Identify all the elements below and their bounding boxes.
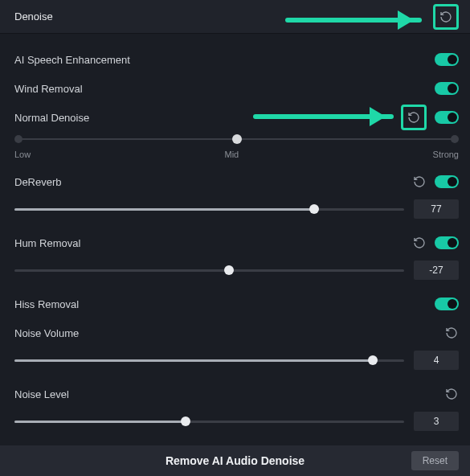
denoise-panel: AI Speech Enhancement Wind Removal Norma… bbox=[0, 34, 470, 452]
hiss-removal-toggle[interactable] bbox=[435, 298, 459, 310]
row-ai-speech: AI Speech Enhancement bbox=[14, 47, 459, 72]
footer-title: Remove AI Audio Denoise bbox=[166, 454, 304, 467]
section-title: Denoise bbox=[14, 10, 53, 23]
hum-removal-slider[interactable] bbox=[14, 265, 404, 275]
denoise-section-header: Denoise bbox=[0, 0, 470, 34]
dereverb-label: DeReverb bbox=[14, 176, 412, 188]
reset-noise-level-icon[interactable] bbox=[444, 387, 459, 401]
reset-hum-icon[interactable] bbox=[412, 236, 427, 250]
footer-bar: Remove AI Audio Denoise Reset bbox=[0, 445, 470, 476]
slider-tick-strong[interactable] bbox=[451, 135, 459, 143]
row-noise-level: Noise Level bbox=[14, 381, 459, 407]
hiss-removal-label: Hiss Removal bbox=[14, 298, 435, 310]
slider-label-low: Low bbox=[14, 150, 31, 159]
reset-normal-denoise-icon[interactable] bbox=[407, 110, 421, 125]
noise-level-value[interactable]: 3 bbox=[414, 412, 459, 431]
normal-denoise-slider[interactable]: Low Mid Strong bbox=[14, 133, 459, 159]
reset-button[interactable]: Reset bbox=[411, 451, 459, 470]
row-noise-volume: Noise Volume bbox=[14, 320, 459, 346]
wind-removal-toggle[interactable] bbox=[435, 82, 459, 95]
row-wind-removal: Wind Removal bbox=[14, 76, 459, 101]
dereverb-slider[interactable] bbox=[14, 204, 404, 214]
row-hum-removal: Hum Removal bbox=[14, 230, 459, 256]
noise-volume-value[interactable]: 4 bbox=[414, 351, 459, 370]
ai-speech-toggle[interactable] bbox=[435, 53, 459, 66]
wind-removal-label: Wind Removal bbox=[14, 83, 435, 95]
hum-removal-label: Hum Removal bbox=[14, 237, 412, 249]
normal-denoise-label: Normal Denoise bbox=[14, 112, 401, 124]
dereverb-toggle[interactable] bbox=[435, 175, 459, 188]
dereverb-value[interactable]: 77 bbox=[414, 199, 459, 219]
slider-tick-mid[interactable] bbox=[232, 134, 242, 144]
normal-denoise-toggle[interactable] bbox=[435, 111, 459, 124]
noise-level-label: Noise Level bbox=[14, 388, 444, 400]
noise-volume-slider[interactable] bbox=[14, 355, 404, 365]
row-normal-denoise: Normal Denoise bbox=[14, 105, 459, 130]
slider-tick-low[interactable] bbox=[14, 135, 22, 143]
reset-noise-volume-icon[interactable] bbox=[444, 326, 459, 340]
slider-label-mid: Mid bbox=[225, 150, 239, 159]
slider-label-strong: Strong bbox=[433, 150, 459, 159]
noise-volume-label: Noise Volume bbox=[14, 327, 444, 339]
hum-removal-value[interactable]: -27 bbox=[414, 261, 459, 280]
row-hiss-removal: Hiss Removal bbox=[14, 291, 459, 317]
row-dereverb: DeReverb bbox=[14, 169, 459, 195]
ai-speech-label: AI Speech Enhancement bbox=[14, 54, 435, 66]
highlight-box bbox=[401, 105, 427, 130]
hum-removal-toggle[interactable] bbox=[435, 236, 459, 249]
reset-dereverb-icon[interactable] bbox=[412, 174, 427, 189]
reset-denoise-icon[interactable] bbox=[439, 10, 453, 24]
highlight-box bbox=[433, 4, 459, 30]
noise-level-slider[interactable] bbox=[14, 416, 404, 426]
